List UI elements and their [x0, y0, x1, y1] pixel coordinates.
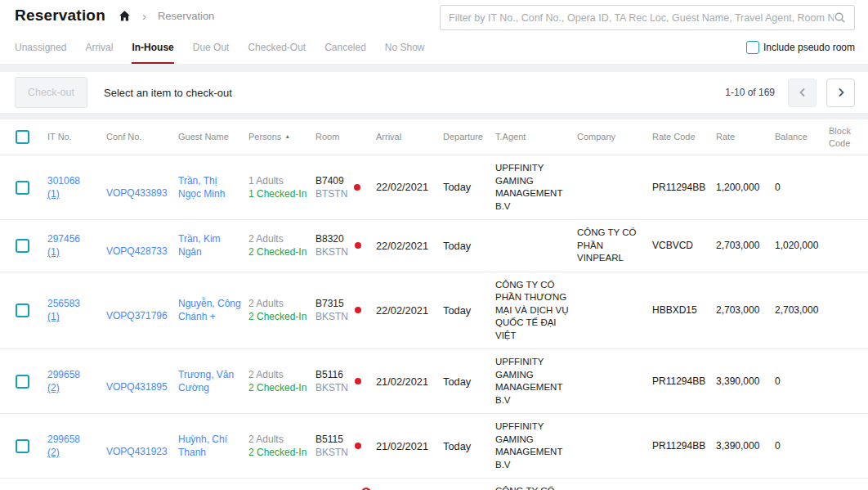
room-cell: B8320 BKSTN [315, 232, 376, 258]
breadcrumb-current[interactable]: Reservation [158, 10, 214, 22]
tab-canceled[interactable]: Canceled [324, 31, 366, 64]
alert-dot-icon [355, 307, 361, 313]
balance-cell: 2,703,000 [775, 303, 829, 317]
column-header-t-agent[interactable]: T.Agent [495, 131, 577, 142]
column-header-arrival[interactable]: Arrival [376, 131, 443, 142]
tab-due-out[interactable]: Due Out [193, 31, 230, 64]
travel-agent-cell: UPFFINITY GAMING MANAGEMENT B.V [495, 162, 577, 213]
column-header-rate[interactable]: Rate [716, 131, 775, 142]
room-type-code: BTSTN [315, 187, 347, 200]
tab-no-show[interactable]: No Show [385, 31, 425, 64]
toolbar: Check-out Select an item to check-out 1-… [0, 72, 868, 113]
it-no-link[interactable]: 299658(2) [47, 368, 106, 394]
arrival-cell: 21/02/2021 [376, 439, 443, 453]
departure-cell: Today [443, 303, 495, 317]
guest-name-link[interactable]: Trần, Thị Ngọc Minh [178, 174, 248, 200]
table-body: 301068(1) VOPQ433893 Trần, Thị Ngọc Minh… [0, 155, 868, 490]
persons-cell: 2 Adults 2 Checked-In [248, 433, 315, 459]
table-row[interactable]: 299658(2) VOPQ431895 Trương, Văn Cường 2… [0, 349, 868, 414]
row-checkbox[interactable] [16, 439, 29, 453]
conf-no-link[interactable]: VOPQ371796 [106, 309, 178, 322]
conf-no-link[interactable]: VOPQ433893 [106, 187, 178, 200]
room-type-code: BKSTN [315, 381, 348, 394]
table-row[interactable]: 299658(2) VOPQ431923 Huỳnh, Chí Thanh 2 … [0, 414, 868, 479]
column-header-block-code[interactable]: Block Code [829, 125, 868, 149]
search-box[interactable] [440, 5, 855, 30]
it-no-link[interactable]: 301068(1) [47, 174, 106, 200]
departure-cell: Today [443, 375, 495, 389]
search-input[interactable] [449, 12, 834, 24]
column-header-rate-code[interactable]: Rate Code [652, 131, 716, 142]
include-pseudo-room-checkbox[interactable] [746, 41, 759, 54]
rate-cell: 1,200,000 [716, 181, 775, 194]
room-type-code: BKSTN [315, 310, 348, 323]
tab-in-house[interactable]: In-House [132, 31, 173, 64]
column-header-conf-no[interactable]: Conf No. [106, 131, 178, 142]
sort-ascending-icon: ▲ [284, 133, 290, 139]
balance-cell: 0 [775, 181, 829, 194]
column-header-persons[interactable]: Persons▲ [248, 131, 315, 142]
select-all-checkbox[interactable] [16, 130, 29, 144]
column-header-departure[interactable]: Departure [443, 131, 495, 142]
conf-no-link[interactable]: VOPQ428733 [106, 245, 178, 258]
tab-unassigned[interactable]: Unassigned [15, 31, 66, 64]
table-row[interactable]: 301068(1) VOPQ433893 Trần, Thị Ngọc Minh… [0, 155, 868, 220]
arrival-cell: 22/02/2021 [376, 180, 443, 194]
rate-code-cell: VCBVCD [652, 239, 716, 252]
it-no-link[interactable]: 256583(1) [47, 297, 106, 323]
alert-dot-icon [354, 184, 360, 191]
balance-cell: 0 [775, 375, 829, 388]
column-header-balance[interactable]: Balance [775, 131, 829, 142]
rate-code-cell: PR11294BB [652, 181, 716, 194]
column-header-it-no[interactable]: IT No. [47, 131, 106, 142]
it-no-link[interactable]: 297456(1) [47, 232, 106, 258]
room-cell: B5115 BKSTN [315, 433, 376, 459]
row-checkbox[interactable] [16, 375, 29, 389]
page-title: Reservation [15, 7, 105, 25]
persons-cell: 1 Adults 1 Checked-In [248, 174, 315, 200]
row-select-cell [0, 439, 47, 453]
next-page-button[interactable] [826, 79, 855, 107]
guest-name-link[interactable]: Trương, Văn Cường [178, 368, 248, 394]
row-checkbox[interactable] [16, 181, 29, 195]
check-out-button[interactable]: Check-out [15, 77, 87, 108]
tab-arrival[interactable]: Arrival [85, 31, 113, 64]
top-header: Reservation › Reservation [0, 0, 868, 31]
guest-name-link[interactable]: Trần, Kim Ngân [178, 232, 248, 258]
rate-code-cell: PR11294BB [652, 439, 716, 452]
row-checkbox[interactable] [16, 239, 29, 253]
tab-bar: UnassignedArrivalIn-HouseDue OutChecked-… [15, 31, 425, 64]
search-icon[interactable] [834, 11, 846, 24]
reservation-table: IT No.Conf No.Guest NamePersons▲RoomArri… [0, 119, 868, 490]
tab-checked-out[interactable]: Checked-Out [248, 31, 306, 64]
previous-page-button[interactable] [788, 79, 817, 107]
arrival-cell: 21/02/2021 [376, 375, 443, 389]
room-cell: B5116 BKSTN [315, 368, 376, 394]
rate-cell: 2,703,000 [716, 239, 775, 252]
persons-cell: 2 Adults 2 Checked-In [248, 368, 315, 394]
table-row[interactable]: 297456(1) VOPQ428733 Trần, Kim Ngân 2 Ad… [0, 220, 868, 272]
column-header-guest-name[interactable]: Guest Name [178, 131, 248, 142]
rate-cell: 3,390,000 [716, 439, 775, 452]
it-no-link[interactable]: 299658(2) [47, 433, 106, 459]
conf-no-link[interactable]: VOPQ431895 [106, 380, 178, 393]
guest-name-link[interactable]: Huỳnh, Chí Thanh [178, 433, 248, 459]
toolbar-hint: Select an item to check-out [104, 87, 232, 99]
home-icon[interactable] [119, 10, 131, 22]
room-type-code: BKSTN [315, 446, 348, 459]
departure-cell: Today [443, 439, 495, 453]
persons-cell: 2 Adults 2 Checked-In [248, 232, 315, 258]
balance-cell: 0 [775, 439, 829, 452]
guest-name-link[interactable]: Nguyễn, Công Chánh + [178, 297, 248, 323]
alert-dot-icon [355, 378, 361, 384]
column-header-company[interactable]: Company [577, 131, 652, 142]
table-row[interactable]: 256583(1) VOPQ371796 Nguyễn, Công Chánh … [0, 272, 868, 350]
travel-agent-cell: CÔNG TY CỔ PHẦN THƯƠNG MẠI VÀ DỊCH VỤ QU… [495, 279, 577, 343]
conf-no-link[interactable]: VOPQ431923 [106, 445, 178, 458]
column-header-room[interactable]: Room [315, 131, 376, 142]
table-row[interactable]: 272752(1) VOPQ395111 Lê, Thị Thanh Ngọc … [0, 479, 868, 490]
include-pseudo-room[interactable]: Include pseudo room [746, 41, 855, 54]
row-checkbox[interactable] [16, 303, 29, 317]
rate-cell: 2,703,000 [716, 303, 775, 317]
pagination-range: 1-10 of 169 [725, 87, 775, 98]
